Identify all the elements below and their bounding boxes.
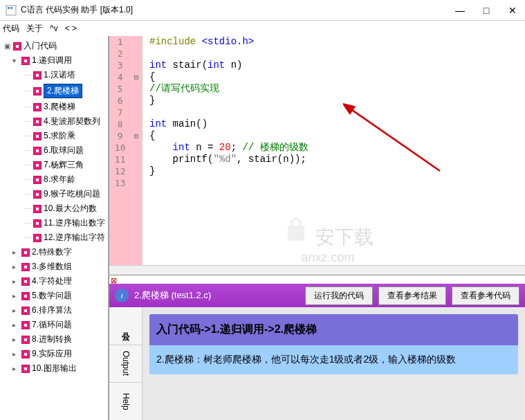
tree-label: 2.特殊数字 bbox=[32, 246, 72, 258]
folder-icon bbox=[21, 321, 30, 329]
tree-label: 10.图形输出 bbox=[32, 363, 77, 374]
code-line[interactable]: int stair(int n) bbox=[149, 60, 525, 71]
folder-icon bbox=[33, 87, 42, 95]
tree-item[interactable]: ▸7.循环问题 bbox=[1, 318, 107, 332]
tree-item[interactable]: ⋯7.杨辉三角 bbox=[1, 158, 107, 172]
folder-icon bbox=[13, 42, 21, 51]
horizontal-scrollbar[interactable] bbox=[109, 265, 525, 275]
folder-icon bbox=[21, 292, 30, 300]
sidebar-tree: ▣入门代码▾1.递归调用⋯1.汉诺塔⋯2.爬楼梯⋯3.爬楼梯⋯4.斐波那契数列⋯… bbox=[0, 36, 109, 420]
folder-icon bbox=[33, 205, 42, 213]
tree-item[interactable]: ▸3.多维数组 bbox=[1, 259, 107, 274]
info-title: 2.爬楼梯 (test1.2.c) bbox=[134, 289, 300, 302]
tree-item[interactable]: ⋯4.斐波那契数列 bbox=[1, 114, 107, 129]
maximize-button[interactable]: □ bbox=[479, 5, 493, 16]
tree-item[interactable]: ⋯11.逆序输出数字 bbox=[1, 216, 107, 230]
menu-nav[interactable]: < > bbox=[65, 24, 77, 33]
folder-icon bbox=[33, 190, 42, 199]
code-line[interactable] bbox=[149, 48, 525, 60]
tree-item[interactable]: ⋯2.爬楼梯 bbox=[1, 82, 107, 100]
run-code-button[interactable]: 运行我的代码 bbox=[305, 286, 373, 305]
tree-label: 3.多维数组 bbox=[32, 261, 72, 273]
tab-output[interactable]: Output bbox=[109, 345, 142, 383]
info-icon: i bbox=[115, 289, 129, 302]
folder-icon bbox=[33, 219, 42, 228]
code-line[interactable]: #include <stdio.h> bbox=[149, 36, 525, 48]
tree-label: 9.猴子吃桃问题 bbox=[44, 188, 100, 200]
view-result-button[interactable]: 查看参考结果 bbox=[378, 286, 446, 305]
folder-icon bbox=[21, 307, 30, 315]
code-line[interactable]: //请写代码实现 bbox=[149, 83, 525, 95]
folder-icon bbox=[21, 248, 30, 257]
tree-item[interactable]: ▣入门代码 bbox=[1, 39, 107, 53]
minimize-button[interactable]: — bbox=[453, 5, 467, 16]
folder-icon bbox=[33, 132, 42, 140]
svg-rect-2 bbox=[10, 7, 12, 9]
tree-label: 入门代码 bbox=[24, 40, 57, 52]
tree-label: 12.逆序输出字符 bbox=[44, 232, 105, 244]
tree-item[interactable]: ▸2.特殊数字 bbox=[1, 245, 107, 259]
app-icon bbox=[6, 5, 17, 16]
tree-item[interactable]: ⋯10.最大公约数 bbox=[1, 201, 107, 216]
code-body[interactable]: #include <stdio.h>int stair(int n){//请写代… bbox=[142, 36, 525, 265]
tree-label: 8.进制转换 bbox=[32, 334, 72, 345]
folder-icon bbox=[21, 350, 30, 358]
tree-item[interactable]: ⋯9.猴子吃桃问题 bbox=[1, 187, 107, 201]
code-line[interactable]: { bbox=[149, 71, 525, 83]
tree-label: 4.斐波那契数列 bbox=[44, 116, 100, 127]
tree-label: 6.取球问题 bbox=[44, 145, 84, 156]
tree-label: 1.递归调用 bbox=[32, 55, 72, 66]
tree-item[interactable]: ▸6.排序算法 bbox=[1, 303, 107, 318]
tree-item[interactable]: ⋯6.取球问题 bbox=[1, 143, 107, 158]
tree-item[interactable]: ⋯3.爬楼梯 bbox=[1, 100, 107, 114]
tree-label: 8.求年龄 bbox=[44, 174, 75, 185]
tree-item[interactable]: ⋯8.求年龄 bbox=[1, 172, 107, 187]
code-line[interactable]: } bbox=[149, 95, 525, 107]
folder-icon bbox=[33, 234, 42, 242]
tree-item[interactable]: ▸8.进制转换 bbox=[1, 332, 107, 347]
folder-icon bbox=[33, 176, 42, 184]
tree-label: 5.数学问题 bbox=[32, 290, 72, 302]
code-line[interactable]: int main() bbox=[149, 118, 525, 130]
menubar: 代码 关于 ^v < > bbox=[0, 21, 525, 36]
close-button[interactable]: ✕ bbox=[506, 5, 519, 16]
tree-item[interactable]: ⋯5.求阶乘 bbox=[1, 129, 107, 143]
tree-item[interactable]: ⋯1.汉诺塔 bbox=[1, 68, 107, 82]
tab-help[interactable]: Help bbox=[109, 383, 142, 420]
view-refcode-button[interactable]: 查看参考代码 bbox=[452, 286, 519, 305]
folder-icon bbox=[21, 336, 30, 344]
menu-code[interactable]: 代码 bbox=[3, 23, 19, 35]
code-line[interactable]: { bbox=[149, 130, 525, 142]
line-gutter: 1234⊟56789⊟10111213 bbox=[109, 36, 142, 265]
tree-label: 9.实际应用 bbox=[32, 348, 72, 360]
tree-label: 10.最大公约数 bbox=[44, 203, 97, 214]
code-editor[interactable]: 1234⊟56789⊟10111213 #include <stdio.h>in… bbox=[109, 36, 525, 265]
tree-label: 1.汉诺塔 bbox=[44, 69, 75, 81]
tree-label: 7.循环问题 bbox=[32, 319, 72, 331]
menu-about[interactable]: 关于 bbox=[26, 23, 43, 35]
code-line[interactable]: printf("%d", stair(n)); bbox=[149, 154, 525, 165]
tree-item[interactable]: ▸9.实际应用 bbox=[1, 347, 107, 361]
tree-label: 5.求阶乘 bbox=[44, 130, 75, 142]
svg-rect-1 bbox=[8, 7, 10, 9]
tab-wechat[interactable]: 公众号 bbox=[109, 307, 142, 345]
tree-item[interactable]: ▸4.字符处理 bbox=[1, 274, 107, 289]
tree-item[interactable]: ▸10.图形输出 bbox=[1, 361, 107, 376]
problem-description: 2.爬楼梯：树老师爬楼梯，他可以每次走1级或者2级，输入楼梯的级数 bbox=[149, 345, 518, 374]
code-line[interactable]: } bbox=[149, 165, 525, 177]
folder-icon bbox=[21, 263, 30, 271]
code-line[interactable] bbox=[149, 107, 525, 118]
code-line[interactable]: int n = 20; // 楼梯的级数 bbox=[149, 142, 525, 154]
window-title: C语言 代码实例 助手 [版本1.0] bbox=[21, 4, 453, 16]
folder-icon bbox=[21, 57, 30, 65]
tree-item[interactable]: ⋯12.逆序输出字符 bbox=[1, 230, 107, 245]
folder-icon bbox=[33, 71, 42, 80]
folder-icon bbox=[33, 161, 42, 170]
menu-toggle[interactable]: ^v bbox=[50, 24, 58, 33]
tree-label: 2.爬楼梯 bbox=[44, 84, 82, 98]
tree-item[interactable]: ▾1.递归调用 bbox=[1, 53, 107, 68]
code-line[interactable] bbox=[149, 177, 525, 189]
breadcrumb: 入门代码->1.递归调用->2.爬楼梯 bbox=[149, 314, 518, 345]
folder-icon bbox=[33, 147, 42, 155]
tree-item[interactable]: ▸5.数学问题 bbox=[1, 289, 107, 303]
